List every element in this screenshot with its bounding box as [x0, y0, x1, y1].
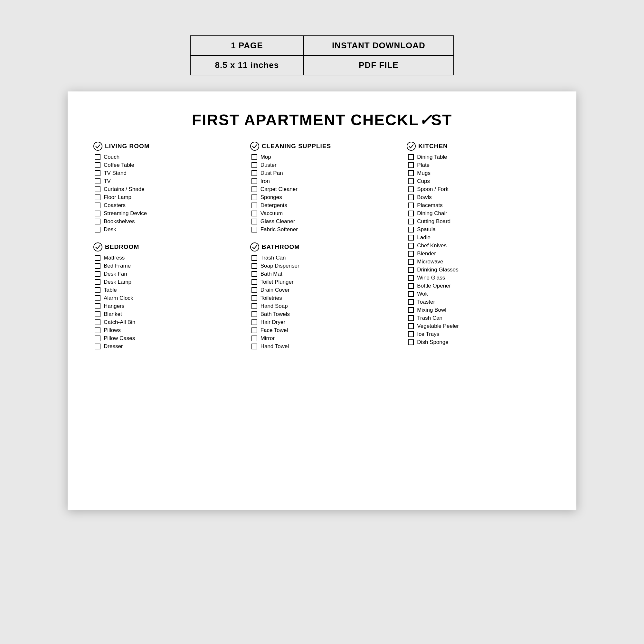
list-item[interactable]: Blanket [93, 311, 237, 317]
list-item[interactable]: Duster [250, 162, 394, 168]
list-item[interactable]: Dish Sponge [407, 339, 551, 346]
checkbox[interactable] [408, 275, 414, 281]
list-item[interactable]: Dining Chair [407, 210, 551, 217]
checkbox[interactable] [408, 178, 414, 184]
checkbox[interactable] [95, 344, 100, 349]
list-item[interactable]: Toilet Plunger [250, 279, 394, 285]
list-item[interactable]: Spatula [407, 226, 551, 233]
checkbox[interactable] [95, 178, 100, 184]
list-item[interactable]: Coasters [93, 202, 237, 209]
list-item[interactable]: Carpet Cleaner [250, 186, 394, 193]
list-item[interactable]: Floor Lamp [93, 194, 237, 201]
list-item[interactable]: Iron [250, 178, 394, 185]
list-item[interactable]: Bed Frame [93, 263, 237, 269]
checkbox[interactable] [408, 203, 414, 208]
checkbox[interactable] [95, 263, 100, 269]
list-item[interactable]: Wine Glass [407, 275, 551, 281]
list-item[interactable]: Blender [407, 251, 551, 257]
checkbox[interactable] [408, 323, 414, 329]
checkbox[interactable] [95, 203, 100, 208]
checkbox[interactable] [251, 336, 257, 341]
checkbox[interactable] [251, 344, 257, 349]
list-item[interactable]: Alarm Clock [93, 295, 237, 301]
checkbox[interactable] [251, 263, 257, 269]
list-item[interactable]: Desk Lamp [93, 279, 237, 285]
checkbox[interactable] [251, 194, 257, 200]
checkbox[interactable] [251, 170, 257, 176]
list-item[interactable]: Desk [93, 226, 237, 233]
checkbox[interactable] [251, 186, 257, 192]
list-item[interactable]: Coffee Table [93, 162, 237, 168]
list-item[interactable]: Trash Can [407, 315, 551, 321]
checkbox[interactable] [251, 287, 257, 293]
checkbox[interactable] [95, 211, 100, 216]
list-item[interactable]: Drain Cover [250, 287, 394, 293]
list-item[interactable]: Pillows [93, 327, 237, 334]
checkbox[interactable] [95, 336, 100, 341]
list-item[interactable]: Vaccuum [250, 210, 394, 217]
checkbox[interactable] [408, 162, 414, 168]
checkbox[interactable] [95, 162, 100, 168]
checkbox[interactable] [251, 162, 257, 168]
checkbox[interactable] [251, 154, 257, 160]
list-item[interactable]: Sponges [250, 194, 394, 201]
checkbox[interactable] [408, 283, 414, 289]
list-item[interactable]: TV Stand [93, 170, 237, 176]
checkbox[interactable] [408, 170, 414, 176]
list-item[interactable]: Hair Dryer [250, 319, 394, 326]
list-item[interactable]: Streaming Device [93, 210, 237, 217]
list-item[interactable]: Pillow Cases [93, 335, 237, 342]
list-item[interactable]: Wok [407, 291, 551, 297]
checkbox[interactable] [95, 194, 100, 200]
checkbox[interactable] [95, 227, 100, 232]
checkbox[interactable] [251, 271, 257, 277]
checkbox[interactable] [95, 295, 100, 301]
checkbox[interactable] [408, 211, 414, 216]
checkbox[interactable] [408, 331, 414, 337]
checkbox[interactable] [95, 311, 100, 317]
list-item[interactable]: Couch [93, 154, 237, 160]
checkbox[interactable] [95, 219, 100, 224]
checkbox[interactable] [251, 227, 257, 232]
checkbox[interactable] [95, 327, 100, 333]
list-item[interactable]: TV [93, 178, 237, 185]
list-item[interactable]: Soap Dispenser [250, 263, 394, 269]
list-item[interactable]: Dust Pan [250, 170, 394, 176]
list-item[interactable]: Detergents [250, 202, 394, 209]
checkbox[interactable] [251, 219, 257, 224]
checkbox[interactable] [95, 186, 100, 192]
list-item[interactable]: Cups [407, 178, 551, 185]
checkbox[interactable] [251, 255, 257, 261]
checkbox[interactable] [408, 227, 414, 232]
checkbox[interactable] [95, 303, 100, 309]
list-item[interactable]: Bath Towels [250, 311, 394, 317]
list-item[interactable]: Catch-All Bin [93, 319, 237, 326]
checkbox[interactable] [95, 287, 100, 293]
list-item[interactable]: Face Towel [250, 327, 394, 334]
list-item[interactable]: Bottle Opener [407, 283, 551, 289]
checkbox[interactable] [95, 271, 100, 277]
checkbox[interactable] [408, 315, 414, 321]
list-item[interactable]: Mugs [407, 170, 551, 176]
checkbox[interactable] [251, 319, 257, 325]
checkbox[interactable] [408, 307, 414, 313]
checkbox[interactable] [95, 154, 100, 160]
list-item[interactable]: Placemats [407, 202, 551, 209]
checkbox[interactable] [251, 327, 257, 333]
checkbox[interactable] [251, 178, 257, 184]
list-item[interactable]: Drinking Glasses [407, 267, 551, 273]
checkbox[interactable] [408, 251, 414, 257]
checkbox[interactable] [408, 154, 414, 160]
checkbox[interactable] [408, 235, 414, 241]
checkbox[interactable] [95, 255, 100, 261]
list-item[interactable]: Mirror [250, 335, 394, 342]
checkbox[interactable] [408, 243, 414, 249]
list-item[interactable]: Toiletries [250, 295, 394, 301]
list-item[interactable]: Vegetable Peeler [407, 323, 551, 329]
list-item[interactable]: Hangers [93, 303, 237, 309]
list-item[interactable]: Mattress [93, 255, 237, 261]
checkbox[interactable] [251, 303, 257, 309]
checkbox[interactable] [408, 299, 414, 305]
list-item[interactable]: Chef Knives [407, 242, 551, 249]
checkbox[interactable] [408, 194, 414, 200]
